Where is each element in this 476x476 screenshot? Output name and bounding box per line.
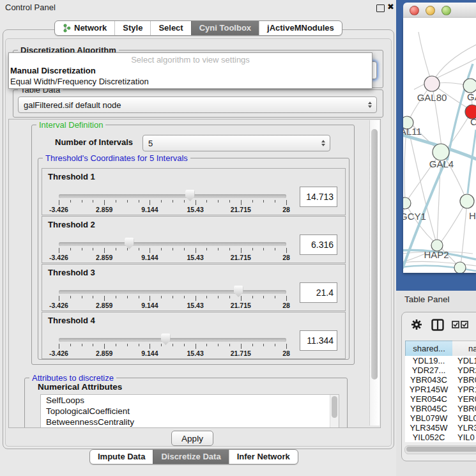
scrollbar-thumb[interactable] <box>406 447 476 452</box>
table-row[interactable]: YPR145WYPR1 <box>405 385 476 394</box>
control-panel-tab-bar: Network Style Select Cyni Toolbox jActiv… <box>54 20 342 36</box>
tick-label: 28 <box>282 349 290 357</box>
table-row[interactable]: YBL079WYBL0 <box>405 413 476 423</box>
cell-shared-name[interactable]: YDR27... <box>405 365 452 375</box>
minimize-traffic-light[interactable] <box>426 6 435 15</box>
cell-shared-name[interactable]: YBL079W <box>405 413 452 423</box>
tick-label: 21.715 <box>231 254 251 261</box>
tab-jactivemnodules[interactable]: jActiveMNodules <box>259 21 342 35</box>
tab-label: Cyni Toolbox <box>199 23 251 33</box>
list-scrollbar[interactable] <box>330 395 339 428</box>
cell-shared-name[interactable]: YBR045C <box>405 404 452 413</box>
column-header-name[interactable]: na <box>452 341 476 357</box>
thresholds-group-title: Threshold's Coordinates for 5 Intervals <box>43 153 190 163</box>
tab-label: Network <box>74 23 107 33</box>
network-node[interactable] <box>460 194 474 208</box>
tick-label: 9.144 <box>141 254 158 261</box>
network-window-titlebar[interactable] <box>403 3 476 19</box>
cell-shared-name[interactable]: YBR043C <box>405 375 452 385</box>
node-table-rows: YDL19...YDL1YDR27...YDR2YBR043CYBR0YPR14… <box>405 356 476 442</box>
tab-infer-network[interactable]: Infer Network <box>229 450 298 464</box>
tab-cyni-toolbox[interactable]: Cyni Toolbox <box>191 21 259 35</box>
dropdown-option-equal-width[interactable]: Equal Width/Frequency Discretization <box>9 76 372 87</box>
float-window-icon[interactable] <box>376 4 385 12</box>
cell-shared-name[interactable]: YLR345W <box>405 423 452 433</box>
slider-track[interactable] <box>59 242 286 246</box>
network-view-canvas[interactable]: GAL80GACGAL11GAL4GCY1HHAP2 <box>403 18 476 273</box>
tab-discretize-data[interactable]: Discretize Data <box>153 450 228 464</box>
attribute-list-item[interactable]: TopologicalCoefficient <box>41 406 339 417</box>
table-data-combo[interactable]: galFiltered.sif default node <box>18 96 377 113</box>
cell-name[interactable]: YBR0 <box>452 375 476 385</box>
cell-shared-name[interactable]: YIL052C <box>405 433 452 442</box>
tick-label: 28 <box>282 206 290 213</box>
split-columns-icon[interactable] <box>431 319 444 331</box>
cell-name[interactable]: YBR0 <box>452 404 476 413</box>
tick-label: 2.859 <box>96 302 112 309</box>
tick-label: 9.144 <box>141 302 158 309</box>
cell-name[interactable]: YDR2 <box>452 365 476 375</box>
number-of-intervals-combo[interactable]: 5 <box>142 135 330 151</box>
scrollbar-thumb[interactable] <box>371 129 378 380</box>
cell-name[interactable]: YBL0 <box>452 413 476 423</box>
table-row[interactable]: YBR045CYBR0 <box>405 404 476 413</box>
cell-name[interactable]: YDL1 <box>452 356 476 365</box>
cell-name[interactable]: YER0 <box>452 394 476 404</box>
apply-button[interactable]: Apply <box>171 431 213 446</box>
table-row[interactable]: YDR27...YDR2 <box>405 365 476 375</box>
numerical-attributes-list[interactable]: SelfLoopsTopologicalCoefficientBetweenne… <box>40 394 339 428</box>
number-of-intervals-value: 5 <box>148 139 153 148</box>
table-row[interactable]: YDL19...YDL1 <box>405 356 476 365</box>
threshold-label: Threshold 1 <box>48 172 95 181</box>
table-row[interactable]: YIL052CYIL0 <box>405 433 476 442</box>
attribute-list-item[interactable]: BetweennessCentrality <box>41 417 339 427</box>
network-node[interactable] <box>424 76 440 91</box>
numerical-attributes-heading: Numerical Attributes <box>38 382 122 392</box>
threshold-value-field[interactable]: 11.344 <box>300 330 337 351</box>
cell-shared-name[interactable]: YER054C <box>405 394 452 404</box>
network-node[interactable] <box>403 197 411 209</box>
attribute-list-item[interactable]: SelfLoops <box>41 395 339 406</box>
network-node-label: HAP2 <box>424 249 449 260</box>
slider-track[interactable] <box>59 338 286 342</box>
cell-shared-name[interactable]: YPR145W <box>405 385 452 394</box>
number-of-intervals-label: Number of Intervals <box>55 137 133 147</box>
slider-scale: -3.4262.8599.14415.4321.71528 <box>59 302 286 309</box>
tab-network[interactable]: Network <box>55 21 114 35</box>
slider-track[interactable] <box>59 194 286 198</box>
settings-scrollbar[interactable] <box>369 120 380 426</box>
table-row[interactable]: YER054CYER0 <box>405 394 476 404</box>
threshold-value-field[interactable]: 6.316 <box>300 234 337 255</box>
table-row[interactable]: YLR345WYLR3 <box>405 423 476 433</box>
cell-name[interactable]: YLR3 <box>452 423 476 433</box>
dropdown-option-manual[interactable]: Manual Discretization <box>9 65 372 76</box>
close-icon[interactable]: ✖ <box>387 2 394 12</box>
cell-name[interactable]: YPR1 <box>452 385 476 394</box>
network-icon <box>63 24 71 33</box>
table-horizontal-scrollbar[interactable] <box>404 445 476 454</box>
gear-icon[interactable] <box>411 319 422 330</box>
checkbox-columns-icon[interactable] <box>452 321 468 328</box>
cell-name[interactable]: YIL0 <box>452 433 475 442</box>
table-row[interactable]: YBR043CYBR0 <box>405 375 476 385</box>
close-traffic-light[interactable] <box>410 6 419 15</box>
threshold-value-field[interactable]: 14.713 <box>300 187 337 207</box>
network-node[interactable] <box>454 262 466 273</box>
slider-scale: -3.4262.8599.14415.4321.71528 <box>59 254 286 261</box>
tab-style[interactable]: Style <box>114 21 150 35</box>
slider-track[interactable] <box>59 290 286 294</box>
tab-select[interactable]: Select <box>150 21 190 35</box>
tick-label: 15.43 <box>187 302 203 309</box>
cell-shared-name[interactable]: YDL19... <box>405 356 452 365</box>
network-node[interactable] <box>463 79 476 93</box>
panel-title: Control Panel <box>5 3 56 12</box>
network-node-label: H <box>469 210 476 221</box>
settings-scroll-viewport: Interval Definition Number of Intervals … <box>8 119 381 428</box>
slider-ticks <box>59 200 286 206</box>
threshold-value-field[interactable]: 21.4 <box>300 282 337 303</box>
threshold-label: Threshold 3 <box>48 268 95 277</box>
column-header-shared-name[interactable]: shared... <box>405 341 453 357</box>
network-node-label: GAL4 <box>429 158 454 169</box>
zoom-traffic-light[interactable] <box>441 6 451 15</box>
tab-impute-data[interactable]: Impute Data <box>90 450 153 464</box>
